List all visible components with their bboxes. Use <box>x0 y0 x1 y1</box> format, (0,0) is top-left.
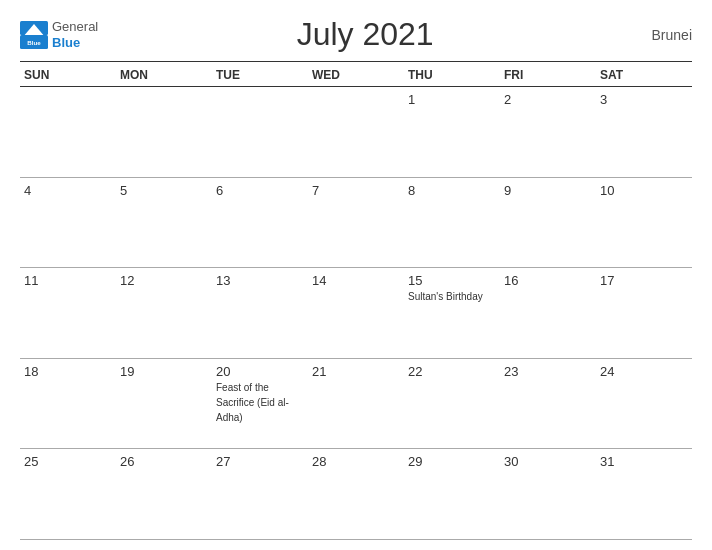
logo-general: General <box>52 19 98 35</box>
event-text: Feast of the Sacrifice (Eid al-Adha) <box>216 382 289 423</box>
table-row: 12 <box>116 268 212 359</box>
day-number: 14 <box>312 273 400 288</box>
table-row: 10 <box>596 177 692 268</box>
table-row: 22 <box>404 358 500 449</box>
day-number: 22 <box>408 364 496 379</box>
day-number: 9 <box>504 183 592 198</box>
logo: Blue General Blue <box>20 19 98 50</box>
day-number: 8 <box>408 183 496 198</box>
day-number: 27 <box>216 454 304 469</box>
table-row: 28 <box>308 449 404 540</box>
calendar-week-row: 1112131415Sultan's Birthday1617 <box>20 268 692 359</box>
header-tue: TUE <box>212 62 308 87</box>
calendar-table: SUN MON TUE WED THU FRI SAT 123456789101… <box>20 62 692 540</box>
day-number: 25 <box>24 454 112 469</box>
day-number: 2 <box>504 92 592 107</box>
table-row: 1 <box>404 87 500 178</box>
table-row: 21 <box>308 358 404 449</box>
day-number: 30 <box>504 454 592 469</box>
header-thu: THU <box>404 62 500 87</box>
table-row: 8 <box>404 177 500 268</box>
table-row: 20Feast of the Sacrifice (Eid al-Adha) <box>212 358 308 449</box>
table-row: 15Sultan's Birthday <box>404 268 500 359</box>
event-text: Sultan's Birthday <box>408 291 483 302</box>
calendar-week-row: 181920Feast of the Sacrifice (Eid al-Adh… <box>20 358 692 449</box>
day-number: 17 <box>600 273 688 288</box>
logo-text: General Blue <box>52 19 98 50</box>
table-row: 6 <box>212 177 308 268</box>
month-title: July 2021 <box>98 16 632 53</box>
day-number: 10 <box>600 183 688 198</box>
header-fri: FRI <box>500 62 596 87</box>
day-number: 7 <box>312 183 400 198</box>
calendar-header: Blue General Blue July 2021 Brunei <box>20 16 692 53</box>
svg-text:Blue: Blue <box>27 39 41 46</box>
table-row <box>20 87 116 178</box>
table-row: 17 <box>596 268 692 359</box>
table-row: 23 <box>500 358 596 449</box>
day-number: 19 <box>120 364 208 379</box>
day-number: 11 <box>24 273 112 288</box>
table-row: 27 <box>212 449 308 540</box>
day-number: 3 <box>600 92 688 107</box>
day-number: 29 <box>408 454 496 469</box>
day-number: 20 <box>216 364 304 379</box>
day-number: 12 <box>120 273 208 288</box>
table-row: 4 <box>20 177 116 268</box>
table-row: 11 <box>20 268 116 359</box>
table-row: 14 <box>308 268 404 359</box>
table-row: 25 <box>20 449 116 540</box>
table-row: 18 <box>20 358 116 449</box>
table-row: 7 <box>308 177 404 268</box>
day-number: 21 <box>312 364 400 379</box>
day-number: 28 <box>312 454 400 469</box>
logo-blue: Blue <box>52 35 80 50</box>
day-number: 13 <box>216 273 304 288</box>
day-number: 1 <box>408 92 496 107</box>
table-row <box>308 87 404 178</box>
calendar-week-row: 45678910 <box>20 177 692 268</box>
day-number: 24 <box>600 364 688 379</box>
table-row: 29 <box>404 449 500 540</box>
day-number: 18 <box>24 364 112 379</box>
day-number: 31 <box>600 454 688 469</box>
calendar-week-row: 25262728293031 <box>20 449 692 540</box>
day-number: 26 <box>120 454 208 469</box>
table-row: 31 <box>596 449 692 540</box>
calendar-week-row: 123 <box>20 87 692 178</box>
header-wed: WED <box>308 62 404 87</box>
table-row: 30 <box>500 449 596 540</box>
table-row <box>116 87 212 178</box>
table-row: 3 <box>596 87 692 178</box>
header-mon: MON <box>116 62 212 87</box>
day-number: 5 <box>120 183 208 198</box>
table-row: 13 <box>212 268 308 359</box>
day-number: 15 <box>408 273 496 288</box>
table-row <box>212 87 308 178</box>
country-label: Brunei <box>632 27 692 43</box>
day-number: 4 <box>24 183 112 198</box>
day-number: 16 <box>504 273 592 288</box>
table-row: 19 <box>116 358 212 449</box>
generalblue-logo-icon: Blue <box>20 21 48 49</box>
header-sat: SAT <box>596 62 692 87</box>
table-row: 16 <box>500 268 596 359</box>
weekday-header-row: SUN MON TUE WED THU FRI SAT <box>20 62 692 87</box>
day-number: 6 <box>216 183 304 198</box>
table-row: 24 <box>596 358 692 449</box>
header-sun: SUN <box>20 62 116 87</box>
day-number: 23 <box>504 364 592 379</box>
table-row: 9 <box>500 177 596 268</box>
calendar-container: Blue General Blue July 2021 Brunei SUN M… <box>0 0 712 550</box>
table-row: 5 <box>116 177 212 268</box>
table-row: 26 <box>116 449 212 540</box>
table-row: 2 <box>500 87 596 178</box>
